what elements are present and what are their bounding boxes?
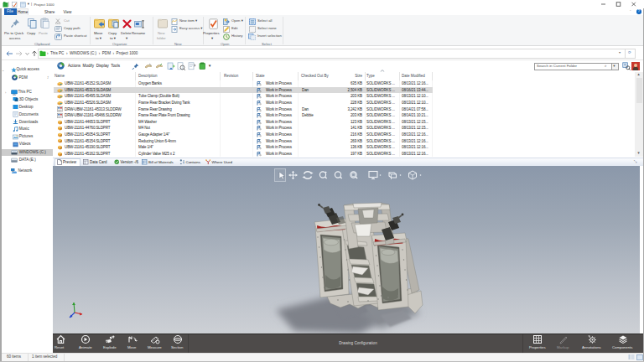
svg-text:Move: Move <box>127 345 137 349</box>
svg-text:Measure: Measure <box>148 345 162 349</box>
svg-text:Annotations: Annotations <box>582 345 601 349</box>
svg-text:Components: Components <box>612 345 632 349</box>
svg-text:Properties: Properties <box>529 345 546 349</box>
svg-text:Reset: Reset <box>55 345 65 349</box>
svg-text:Explode: Explode <box>103 345 117 349</box>
svg-text:Markup: Markup <box>557 345 569 349</box>
svg-text:Section: Section <box>171 345 184 349</box>
svg-text:Animate: Animate <box>79 345 92 349</box>
